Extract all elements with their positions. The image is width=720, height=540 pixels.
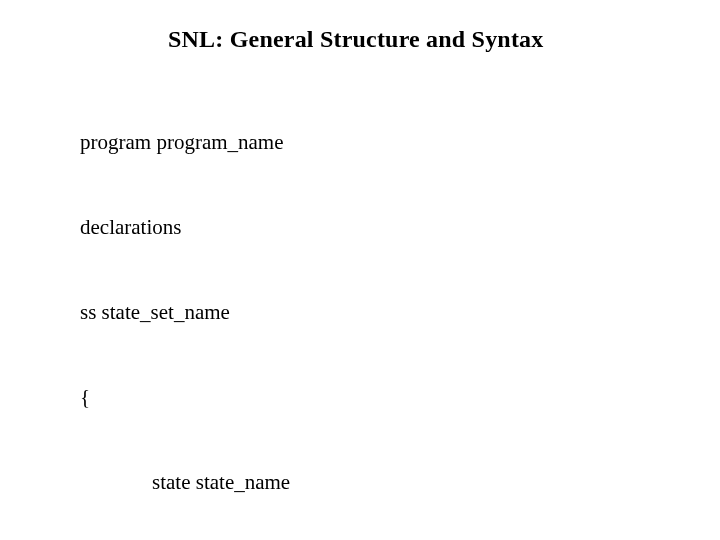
slide-title: SNL: General Structure and Syntax [168,26,680,53]
slide: SNL: General Structure and Syntax progra… [0,0,720,540]
code-line: state state_name [80,468,680,496]
code-line: { [80,383,680,411]
code-line: program program_name [80,128,680,156]
code-line: declarations [80,213,680,241]
code-block: program program_name declarations ss sta… [80,71,680,540]
code-line: ss state_set_name [80,298,680,326]
